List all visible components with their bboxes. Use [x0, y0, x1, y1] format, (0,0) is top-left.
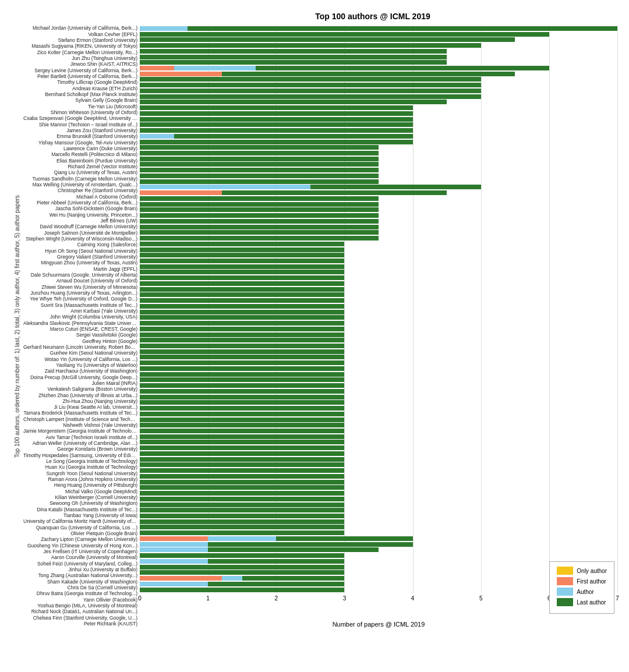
author-label: Tie-Yan Liu (Microsoft)	[23, 104, 140, 109]
bar-segment-last	[140, 304, 344, 309]
bar-row	[140, 66, 617, 70]
author-label: Christoph Lampert (Institute of Science …	[23, 417, 140, 422]
bar-segment-last	[140, 327, 344, 331]
author-label: Tamara Broderick (Massachusetts Institut…	[23, 411, 140, 416]
bar-segment-last	[140, 253, 344, 257]
bar-segment-author	[140, 559, 208, 564]
author-label: Sylvain Gelly (Google Brain)	[23, 98, 140, 103]
bar-segment-last	[140, 230, 379, 235]
legend-color-swatch	[557, 598, 573, 606]
bar-segment-last	[208, 559, 344, 564]
bar-row	[140, 321, 617, 326]
bar-segment-last	[140, 429, 344, 433]
bar-row	[140, 111, 617, 116]
bar-row	[140, 179, 617, 184]
bar-row	[140, 462, 617, 467]
x-tick: 4	[411, 595, 415, 602]
bar-segment-last	[140, 434, 344, 439]
bar-segment-last	[140, 315, 344, 320]
bar-segment-last	[140, 395, 344, 399]
bar-segment-last	[140, 287, 344, 292]
x-tick: 3	[343, 595, 347, 602]
author-label: Timothy Lillicrap (Google DeepMind)	[23, 80, 140, 85]
author-label: Michal Valko (Google DeepMind)	[23, 489, 140, 494]
author-label: Marcello Restelli (Politecnico di Milano…	[23, 152, 140, 157]
author-label: Chelsea Finn (Stanford University, Googl…	[23, 616, 140, 621]
author-label: Quanquan Gu (University of California, L…	[23, 525, 140, 530]
bar-segment-last	[140, 298, 344, 303]
bar-segment-last	[140, 530, 344, 535]
author-label: Zhiwei Steven Wu (University of Minnesot…	[23, 285, 140, 290]
author-label: Christopher Re (Stanford University)	[23, 188, 140, 193]
bar-row	[140, 576, 617, 581]
bar-row	[140, 94, 617, 99]
author-label: Aleksandra Slavkovic (Pennsylvania State…	[23, 321, 140, 326]
bar-segment-last	[140, 145, 379, 150]
author-label: Jinwoo Shin (KAIST, AITRICS)	[23, 62, 140, 67]
author-label: Geoffrey Hinton (Google)	[23, 339, 140, 344]
bar-row	[140, 349, 617, 354]
author-label: Sham Kakade (University of Washington)	[23, 579, 140, 585]
bar-row	[140, 383, 617, 388]
author-label: Raman Arora (Johns Hopkins University)	[23, 477, 140, 482]
legend-item: Only author	[557, 567, 607, 575]
legend-color-swatch	[557, 567, 573, 575]
author-label: Yaoliang Yu (Universitys of Waterloo)	[23, 363, 140, 368]
bar-row	[140, 536, 617, 541]
author-label: Stephen Wright (University of Wisconsin-…	[23, 236, 140, 242]
author-label: Adrian Weller (University of Cambridge, …	[23, 441, 140, 446]
bar-row	[140, 219, 617, 224]
bar-row	[140, 468, 617, 473]
bar-row	[140, 72, 617, 76]
legend-label: Only author	[577, 568, 607, 574]
bar-segment-last	[140, 570, 344, 575]
bar-segment-last	[140, 553, 344, 558]
author-label: Sewoong Oh (University of Washington)	[23, 501, 140, 506]
bar-row	[140, 327, 617, 331]
author-label: Julien Mairal (INRIA)	[23, 381, 140, 386]
bar-row	[140, 168, 617, 172]
author-label: Masashi Sugiyama (RIKEN, University of T…	[23, 44, 140, 49]
author-label: Chris De Sa (Cornell University)	[23, 585, 140, 590]
author-label: Gunhee Kim (Seoul National University)	[23, 351, 140, 356]
bar-row	[140, 298, 617, 303]
bar-segment-last	[140, 100, 447, 104]
bar-segment-last	[140, 162, 379, 167]
author-label: George Konidaris (Brown University)	[23, 447, 140, 452]
bar-row	[140, 372, 617, 377]
author-label: Aviv Tamar (Technion Israeli Institute o…	[23, 435, 140, 440]
bar-row	[140, 503, 617, 507]
bar-row	[140, 202, 617, 207]
bar-segment-first	[140, 536, 208, 541]
bar-segment-last	[140, 321, 344, 326]
bar-segment-last	[140, 333, 344, 337]
bar-row	[140, 457, 617, 462]
author-label: Michael Jordan (University of California…	[23, 26, 140, 31]
bar-segment-last	[256, 66, 549, 70]
bar-segment-last	[140, 457, 344, 462]
bar-segment-last	[140, 117, 413, 122]
author-label: Peter Richtarik (KAUST)	[23, 621, 140, 627]
bar-segment-last	[140, 275, 344, 280]
author-label: Bernhard Scholkopf (Max Planck Institute…	[23, 92, 140, 97]
bar-segment-last	[140, 122, 413, 127]
bar-segment-last	[222, 72, 515, 76]
author-label: Jinhui Xu (University at Buffalo)	[23, 567, 140, 572]
bar-row	[140, 83, 617, 87]
author-label: Timothy Hospedales (Samsung, University …	[23, 453, 140, 458]
bar-row	[140, 196, 617, 201]
bar-row	[140, 185, 617, 189]
bar-row	[140, 412, 617, 416]
bar-segment-author	[140, 542, 208, 547]
author-label: Heng Huang (University of Pittsburgh)	[23, 483, 140, 488]
author-label: Yishay Mansour (Google, Tel-Aviv Univers…	[23, 140, 140, 146]
bar-row	[140, 497, 617, 501]
bar-row	[140, 304, 617, 309]
bar-segment-first	[140, 576, 222, 581]
bar-row	[140, 236, 617, 240]
x-axis: 01234567	[140, 595, 617, 613]
bar-row	[140, 310, 617, 314]
author-label: Zico Kolter (Carnegie Mellon University,…	[23, 50, 140, 55]
bar-row	[140, 275, 617, 280]
bar-row	[140, 253, 617, 257]
